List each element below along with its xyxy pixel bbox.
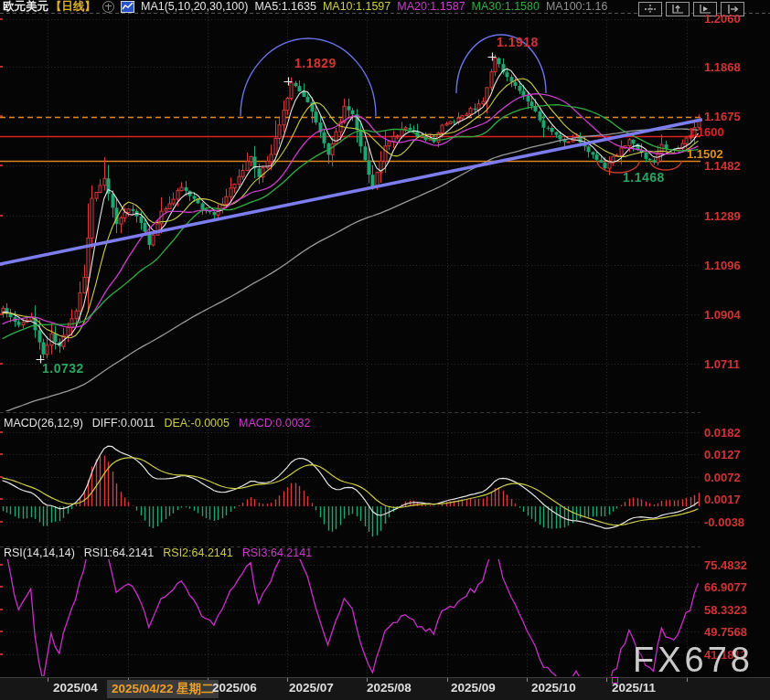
macd-tick-label: 0.0017 [704,493,741,506]
time-tick-label: 2025/04 [53,681,98,695]
axis-marker-icon [612,677,618,684]
watermark: FX678 [633,641,754,680]
time-tick-label: 2025/07 [289,681,334,695]
ma100-value: MA100:1.16 [546,0,607,13]
macd-name: MACD(26,12,9) [4,417,83,430]
price-tick-label: 1.0711 [704,357,740,371]
rsi2-value: RSI2:64.2141 [163,546,232,559]
macd-legend: MACD(26,12,9) DIFF:0.0011 DEA:-0.0005 MA… [4,417,311,430]
instrument-title: 欧元美元 [3,0,48,15]
ma20-value: MA20:1.1587 [397,0,465,13]
rsi-name: RSI(14,14,14) [4,546,75,559]
time-tick-label: 2025/10 [531,681,576,695]
scale-axis-up-icon[interactable] [666,2,690,16]
price-tick-label: 1.1868 [704,60,741,74]
pan-move-icon[interactable] [638,2,662,16]
time-tick-label: 2025/09 [451,681,496,695]
add-indicator-icon[interactable] [102,1,114,13]
macd-value: MACD:0.0032 [239,417,311,430]
macd-tick-label: 0.0127 [704,448,741,461]
rsi3-value: RSI3:64.2141 [242,546,312,559]
price-tick-label: 1.2060 [704,12,741,26]
chart-type-icon[interactable] [121,1,134,13]
macd-dea-value: DEA:-0.0005 [164,417,230,430]
ma30-value: MA30:1.1580 [472,0,540,13]
ma-settings-label: MA1(5,10,20,30,100) [141,0,248,13]
support-level-label: 1.1502 [687,147,723,161]
crosshair-date-label: 2025/04/22 星期二 [107,680,219,698]
price-tick-label: 1.0904 [704,308,741,322]
swing-high-annotation: 1.1918 [497,35,539,49]
macd-tick-label: 0.0072 [704,471,741,484]
price-tick-label: 1.1096 [704,259,741,272]
rsi-tick-label: 58.3323 [704,603,747,617]
resistance-level-label: 1.1600 [688,125,724,139]
time-tick-label: 2025/11 [612,681,656,695]
rsi1-value: RSI1:64.2141 [84,546,154,559]
rsi-legend: RSI(14,14,14) RSI1:64.2141 RSI2:64.2141 … [4,546,312,559]
chart-app-window: 欧元美元【日线】 MA1(5,10,20,30,100) MA5:1.1635 … [0,0,770,700]
macd-tick-label: -0.0038 [704,515,744,529]
rsi-tick-label: 75.4832 [704,558,747,572]
timeframe-label: 【日线】 [50,0,96,15]
ma10-value: MA10:1.1597 [323,0,390,13]
chart-canvas[interactable] [0,0,770,700]
swing-high-annotation: 1.1829 [294,56,337,70]
swing-low-annotation: 1.0732 [42,361,84,376]
price-tick-label: 1.1675 [704,110,741,123]
macd-tick-label: 0.0182 [704,426,741,440]
swing-low-annotation: 1.1468 [623,170,665,185]
price-tick-label: 1.1289 [704,209,741,223]
time-tick-label: 2025/08 [367,681,412,695]
macd-diff-value: DIFF:0.0011 [92,417,155,430]
price-tick-label: 1.1482 [704,159,741,173]
time-tick-label: 2025/06 [212,681,257,695]
rsi-tick-label: 49.7568 [704,625,747,639]
chart-header: 欧元美元【日线】 MA1(5,10,20,30,100) MA5:1.1635 … [3,0,607,13]
ma5-value: MA5:1.1635 [254,0,315,13]
rsi-tick-label: 66.9077 [704,580,747,594]
